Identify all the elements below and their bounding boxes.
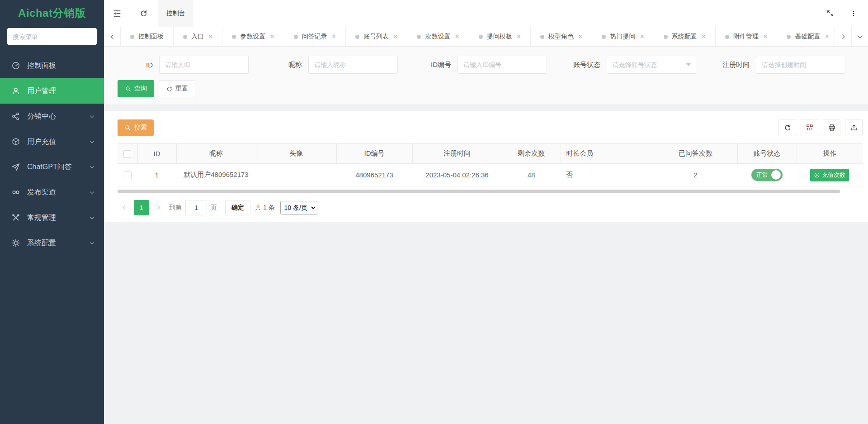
filter-reg-time: 注册时间 [714, 56, 852, 74]
select-all-checkbox[interactable] [123, 150, 131, 158]
tab-attachment-management[interactable]: 附件管理× [716, 27, 777, 46]
sidebar-menu: 控制面板 用户管理 分销中心 用户充值 [0, 53, 104, 256]
tabs-scroll-right-icon[interactable] [835, 27, 851, 46]
print-button[interactable] [823, 119, 840, 136]
sidebar-item-publish-channels[interactable]: 发布渠道 [0, 180, 104, 205]
close-icon[interactable]: × [332, 33, 336, 40]
tab-label: 热门提问 [610, 33, 635, 41]
close-icon[interactable]: × [455, 33, 459, 40]
sidebar-item-general-management[interactable]: 常规管理 [0, 205, 104, 230]
account-status-select[interactable] [607, 56, 696, 74]
send-icon [11, 162, 20, 172]
goto-confirm-button[interactable]: 确定 [225, 200, 250, 215]
sidebar-item-user-management[interactable]: 用户管理 [0, 78, 104, 104]
status-toggle[interactable]: 正常 [751, 169, 783, 181]
tab-hot-questions[interactable]: 热门提问× [592, 27, 654, 46]
tabs-menu-dropdown-icon[interactable] [851, 27, 868, 46]
id-no-input[interactable] [458, 56, 547, 74]
tab-system-config[interactable]: 系统配置× [654, 27, 716, 46]
tab-param-settings[interactable]: 参数设置× [222, 27, 284, 46]
page-size-select[interactable]: 10 条/页 [280, 201, 317, 214]
tab-qa-records[interactable]: 问答记录× [284, 27, 346, 46]
goto-suffix-label: 页 [211, 204, 217, 212]
status-toggle-label: 正常 [756, 171, 768, 179]
fullscreen-icon[interactable] [818, 0, 842, 27]
more-menu-icon[interactable] [842, 0, 865, 27]
sidebar-item-distribution-center[interactable]: 分销中心 [0, 104, 104, 129]
filter-label: ID编号 [416, 61, 451, 69]
tab-dashboard[interactable]: 控制面板 [121, 27, 174, 46]
tab-label: 控制面板 [138, 33, 164, 41]
prev-page-icon[interactable] [118, 200, 131, 215]
page-tabs-bar: 控制面板 入口× 参数设置× 问答记录× 账号列表× 次数设置× 提问模板× 模… [104, 27, 868, 47]
dashboard-icon [11, 61, 20, 70]
tab-count-settings[interactable]: 次数设置× [407, 27, 469, 46]
cell-nickname: 默认用户4809652173 [176, 164, 256, 186]
sidebar: Aichat分销版 控制面板 用户管理 分销中心 [0, 0, 104, 424]
page-number-active[interactable]: 1 [134, 200, 149, 215]
chevron-down-icon [89, 139, 95, 145]
close-icon[interactable]: × [640, 33, 644, 40]
tab-dot-icon [664, 35, 668, 39]
reset-button[interactable]: 重置 [159, 80, 195, 97]
columns-filter-icon [806, 124, 814, 132]
share-icon [11, 112, 20, 121]
tab-dot-icon [417, 35, 421, 39]
goto-page-input[interactable] [185, 200, 207, 215]
close-icon[interactable]: × [517, 33, 521, 40]
tools-icon [11, 213, 20, 222]
tab-account-list[interactable]: 账号列表× [346, 27, 407, 46]
close-icon[interactable]: × [208, 33, 212, 40]
cell-id-no: 4809652173 [336, 164, 412, 186]
close-icon[interactable]: × [270, 33, 274, 40]
sidebar-item-dashboard[interactable]: 控制面板 [0, 53, 104, 78]
cell-remaining: 48 [502, 164, 561, 186]
tab-dot-icon [479, 35, 483, 39]
goto-prefix-label: 到第 [169, 204, 182, 212]
tab-entry[interactable]: 入口× [174, 27, 222, 46]
content-background [104, 222, 868, 424]
search-button[interactable]: 搜索 [118, 119, 154, 136]
pagination: 1 到第 页 确定 共 1 条 10 条/页 [118, 200, 863, 215]
filter-label: 昵称 [267, 61, 302, 69]
export-icon [850, 124, 858, 132]
reg-time-input[interactable] [756, 56, 845, 74]
collapse-sidebar-button[interactable] [104, 0, 130, 27]
id-input[interactable] [159, 56, 249, 74]
cell-member: 否 [561, 164, 654, 186]
close-icon[interactable]: × [763, 33, 767, 40]
tab-dot-icon [183, 35, 187, 39]
console-breadcrumb-tab[interactable]: 控制台 [158, 0, 193, 27]
export-button[interactable] [845, 119, 863, 136]
table-header-row: ID 昵称 头像 ID编号 注册时间 剩余次数 时长会员 已问答次数 账号状态 … [118, 144, 863, 164]
tab-model-role[interactable]: 模型角色× [531, 27, 592, 46]
next-page-icon[interactable] [152, 200, 165, 215]
sidebar-item-chatgpt-qa[interactable]: ChatGPT问答 [0, 154, 104, 180]
tabs-scroll-left-icon[interactable] [104, 27, 121, 46]
query-button[interactable]: 查询 [118, 80, 154, 97]
cube-icon [11, 137, 20, 146]
sidebar-item-label: 用户管理 [27, 86, 95, 96]
table-refresh-button[interactable] [778, 119, 796, 136]
close-icon[interactable]: × [825, 33, 829, 40]
sidebar-item-system-config[interactable]: 系统配置 [0, 230, 104, 256]
table-row: 1 默认用户4809652173 4809652173 2023-05-04 0… [118, 164, 863, 186]
sidebar-item-user-recharge[interactable]: 用户充值 [0, 129, 104, 154]
nickname-input[interactable] [308, 56, 398, 74]
refresh-page-icon[interactable] [130, 0, 156, 27]
column-filter-button[interactable] [801, 119, 818, 136]
tab-basic-config[interactable]: 基础配置× [777, 27, 835, 46]
column-header-answered: 已问答次数 [654, 144, 737, 164]
close-icon[interactable]: × [702, 33, 706, 40]
row-checkbox[interactable] [124, 172, 132, 179]
menu-search-input[interactable] [7, 28, 97, 45]
cell-id: 1 [137, 164, 176, 186]
recharge-count-button[interactable]: 充值次数 [810, 169, 849, 181]
close-icon[interactable]: × [393, 33, 397, 40]
horizontal-scrollbar[interactable] [118, 190, 840, 193]
chevron-down-icon [89, 114, 95, 119]
main-area: 控制台 控制面板 入口× 参数设置× 问答记录× 账号列表× 次数设置× 提问模… [104, 0, 868, 424]
close-icon[interactable]: × [578, 33, 582, 40]
sidebar-item-label: 常规管理 [27, 213, 89, 223]
tab-question-template[interactable]: 提问模板× [469, 27, 531, 46]
